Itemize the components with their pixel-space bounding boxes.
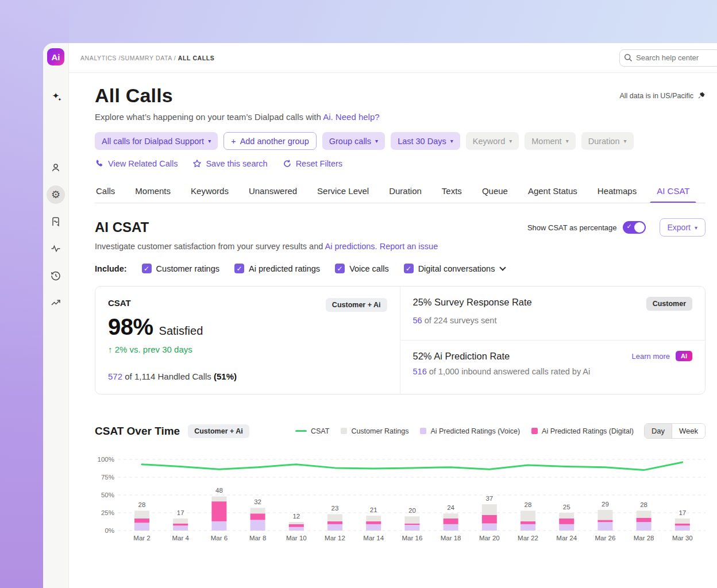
tab-queue[interactable]: Queue: [481, 181, 509, 203]
tab-unanswered[interactable]: Unanswered: [248, 181, 298, 203]
svg-text:17: 17: [679, 509, 686, 516]
quick-link-reset-filters[interactable]: Reset Filters: [283, 159, 342, 168]
sidebar: Ai ✦✦ ⚙: [43, 43, 69, 588]
checkbox-digital-conversations[interactable]: ✓Digital conversations: [404, 264, 506, 273]
tab-service-level[interactable]: Service Level: [316, 181, 370, 203]
quick-link-label: Reset Filters: [296, 159, 342, 168]
ai-predictions-link[interactable]: Ai predictions.: [325, 242, 377, 251]
bookmark-wave-icon[interactable]: [47, 212, 65, 231]
csat-percentage-toggle[interactable]: ✓: [623, 221, 646, 234]
toggle-label: Show CSAT as percentage: [527, 223, 617, 232]
learn-more-link[interactable]: Learn more: [632, 352, 670, 361]
svg-text:75%: 75%: [101, 474, 114, 481]
chart-container: 0%25%50%75%100%28Mar 217Mar 448Mar 632Ma…: [95, 452, 706, 547]
legend-csat[interactable]: CSAT: [295, 427, 329, 435]
svg-text:Mar 6: Mar 6: [211, 535, 228, 541]
chevron-down-icon: ▾: [623, 138, 626, 144]
breadcrumb: ANALYTICS /SUMAMRY DATA / ALL CALLS: [80, 55, 214, 61]
svg-text:37: 37: [485, 495, 493, 502]
range-day[interactable]: Day: [645, 424, 672, 438]
surveys-link[interactable]: 56: [413, 316, 422, 325]
svg-text:Mar 28: Mar 28: [634, 535, 654, 541]
plus-icon: +: [231, 137, 236, 146]
filter-chip-keyword[interactable]: Keyword▾: [466, 132, 519, 150]
checkbox-voice-calls[interactable]: ✓Voice calls: [335, 264, 389, 273]
svg-text:Mar 30: Mar 30: [672, 535, 693, 541]
history-icon[interactable]: [47, 266, 65, 285]
chip-label: Add another group: [240, 137, 309, 146]
tab-texts[interactable]: Texts: [441, 181, 463, 203]
chip-label: All calls for Dialpad Support: [102, 137, 204, 146]
need-help-link[interactable]: Ai. Need help?: [323, 112, 379, 122]
tab-agent-status[interactable]: Agent Status: [527, 181, 579, 203]
svg-text:Mar 14: Mar 14: [363, 535, 384, 541]
sidebar-nav: ⚙: [47, 158, 65, 312]
report-issue-link[interactable]: Report an issue: [380, 242, 438, 251]
tab-keywords[interactable]: Keywords: [190, 181, 230, 203]
svg-text:48: 48: [215, 487, 223, 494]
quick-link-label: View Related Calls: [108, 159, 178, 168]
day-week-toggle: DayWeek: [644, 423, 706, 439]
csat-delta: ↑ 2% vs. prev 30 days: [108, 345, 387, 354]
sparkle-icon[interactable]: ✦✦: [52, 91, 60, 101]
csat-over-time-chart: 0%25%50%75%100%28Mar 217Mar 448Mar 632Ma…: [95, 452, 706, 544]
svg-text:Mar 22: Mar 22: [518, 535, 538, 541]
checkbox-checked-icon: ✓: [234, 264, 244, 273]
filter-chip-add-another-group[interactable]: +Add another group: [223, 132, 317, 150]
svg-text:Mar 10: Mar 10: [286, 535, 307, 541]
svg-text:24: 24: [447, 504, 454, 511]
tab-calls[interactable]: Calls: [95, 181, 116, 203]
legend-label: Ai Predicted Ratings (Digital): [542, 427, 634, 435]
svg-text:20: 20: [408, 507, 416, 514]
breadcrumb-current: ALL CALLS: [178, 55, 215, 61]
filter-chip-last-30-days[interactable]: Last 30 Days▾: [391, 132, 460, 150]
stat-cards: CSAT Customer + Ai 98% Satisfied ↑ 2% vs…: [95, 286, 706, 394]
ai-badge: AI: [676, 351, 692, 361]
ai-logo[interactable]: Ai: [47, 48, 64, 65]
checkbox-customer-ratings[interactable]: ✓Customer ratings: [142, 264, 219, 273]
chart-badge: Customer + Ai: [188, 424, 249, 438]
search-input[interactable]: [619, 49, 717, 67]
quick-link-view-related-calls[interactable]: View Related Calls: [95, 159, 178, 168]
person-icon[interactable]: [47, 158, 65, 177]
gear-icon[interactable]: ⚙: [47, 185, 65, 204]
legend-ai-predicted-ratings-voice-[interactable]: Ai Predicted Ratings (Voice): [420, 427, 520, 435]
filter-chip-duration[interactable]: Duration▾: [581, 132, 634, 150]
tab-moments[interactable]: Moments: [134, 181, 172, 203]
tab-heatmaps[interactable]: Heatmaps: [596, 181, 638, 203]
include-filters: Include:✓Customer ratings✓Ai predicted r…: [95, 264, 706, 273]
tab-ai-csat[interactable]: AI CSAT: [656, 181, 691, 203]
checkbox-ai-predicted-ratings[interactable]: ✓Ai predicted ratings: [234, 264, 320, 273]
filter-chip-group-calls[interactable]: Group calls▾: [322, 132, 385, 150]
quick-link-save-this-search[interactable]: Save this search: [192, 159, 267, 168]
pulse-icon[interactable]: [47, 239, 65, 258]
breadcrumb-parent[interactable]: ANALYTICS /SUMAMRY DATA /: [80, 55, 178, 61]
legend-customer-ratings[interactable]: Customer Ratings: [341, 427, 408, 435]
filter-chip-all-calls-for-dialpad-support[interactable]: All calls for Dialpad Support▾: [95, 132, 218, 150]
survey-title: 25% Survey Response Rate: [413, 297, 532, 308]
quick-link-label: Save this search: [206, 159, 267, 168]
pin-icon[interactable]: [697, 91, 706, 100]
filter-chip-moment[interactable]: Moment▾: [525, 132, 575, 150]
tab-duration[interactable]: Duration: [388, 181, 423, 203]
svg-text:17: 17: [177, 509, 184, 516]
chart-legend: CSATCustomer RatingsAi Predicted Ratings…: [295, 427, 634, 435]
app-window: Ai ✦✦ ⚙: [43, 43, 717, 588]
legend-ai-predicted-ratings-digital-[interactable]: Ai Predicted Ratings (Digital): [531, 427, 634, 435]
search-icon: [624, 53, 633, 62]
rated-calls-link[interactable]: 516: [413, 367, 427, 376]
checkbox-label: Ai predicted ratings: [249, 264, 320, 273]
export-button[interactable]: Export ▾: [660, 218, 706, 237]
handled-calls-link[interactable]: 572: [108, 372, 122, 381]
survey-sub: 56 of 224 surveys sent: [413, 316, 693, 325]
csat-badge: Customer + Ai: [326, 298, 387, 312]
range-week[interactable]: Week: [672, 424, 705, 438]
chevron-down-icon: ▾: [566, 138, 569, 144]
phone-icon: [95, 159, 104, 168]
include-label: Include:: [95, 264, 127, 273]
section-description: Investigate customer satisfaction from y…: [95, 242, 706, 251]
svg-text:28: 28: [138, 501, 146, 508]
tab-bar: CallsMomentsKeywordsUnansweredService Le…: [95, 181, 706, 203]
svg-text:25%: 25%: [101, 509, 114, 516]
trend-icon[interactable]: [47, 293, 65, 312]
